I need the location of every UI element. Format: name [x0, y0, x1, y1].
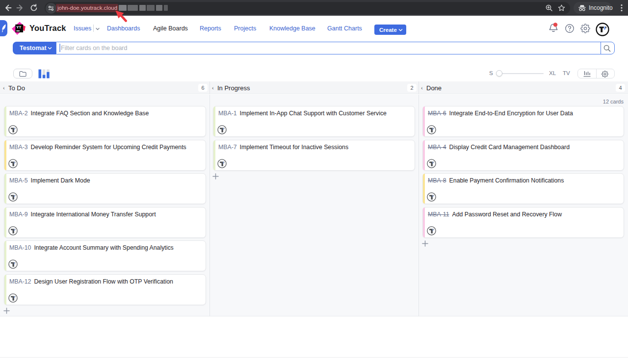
svg-text:YT: YT: [16, 25, 21, 29]
